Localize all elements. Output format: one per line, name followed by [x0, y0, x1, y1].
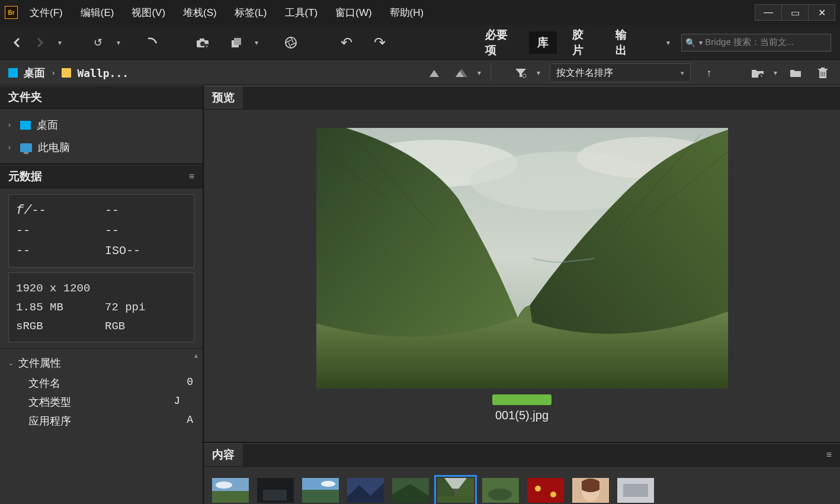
recent-folder-dropdown[interactable]: ▾ — [774, 69, 777, 77]
metadata-panel-header[interactable]: 元数据 ≡ — [0, 165, 203, 188]
metadata-panel-title: 元数据 — [8, 169, 42, 184]
menu-view[interactable]: 视图(V) — [132, 6, 165, 20]
expand-icon[interactable]: › — [8, 143, 14, 152]
workspace-dropdown[interactable]: ▾ — [661, 34, 676, 52]
maximize-button[interactable]: ▭ — [781, 4, 809, 21]
svg-rect-24 — [263, 490, 287, 500]
menu-file[interactable]: 文件(F) — [30, 6, 63, 20]
right-area: 预览 — [204, 85, 840, 504]
content-panel: 内容 ≡ — [204, 442, 840, 504]
right-tools: ▾ ▾ 按文件名排序 ▾ ↑ ▾ — [425, 63, 832, 82]
preview-panel-title: 预览 — [204, 86, 243, 109]
expand-icon[interactable]: › — [8, 121, 14, 129]
menu-label[interactable]: 标签(L) — [235, 6, 267, 20]
history-icon[interactable]: ↺ — [90, 34, 107, 52]
left-panel: 文件夹 › 桌面 › 此电脑 元数据 ≡ f/-- -- — [0, 85, 204, 504]
tree-computer[interactable]: › 此电脑 — [0, 136, 203, 159]
workspace-essentials[interactable]: 必要项 — [477, 24, 522, 62]
camera-download-icon[interactable]: + — [194, 34, 211, 52]
boomerang-icon[interactable] — [144, 34, 161, 52]
preview-panel-header[interactable]: 预览 — [204, 86, 840, 110]
toolbar-navigation: ▾ ↺ ▾ + ▾ ↶ ↷ 必要项 库 胶片 输出 ▾ 🔍 ▾ Bridge 搜… — [0, 25, 840, 60]
svg-point-35 — [535, 486, 541, 492]
workspace-library[interactable]: 库 — [529, 31, 557, 54]
nav-recent-dropdown[interactable]: ▾ — [52, 34, 68, 52]
breadcrumb: 桌面 › Wallp... — [8, 66, 129, 80]
thumbnail[interactable] — [302, 478, 339, 503]
thumbnail[interactable] — [572, 478, 609, 503]
content-panel-header[interactable]: 内容 ≡ — [204, 443, 840, 467]
new-folder-icon[interactable] — [787, 64, 804, 82]
minimize-button[interactable]: — — [755, 4, 782, 21]
rotate-cw-icon[interactable]: ↷ — [371, 34, 388, 52]
search-placeholder: Bridge 搜索：当前文... — [705, 37, 794, 48]
history-dropdown[interactable]: ▾ — [110, 34, 127, 52]
bc-folder[interactable]: Wallp... — [77, 67, 129, 79]
menu-window[interactable]: 窗口(W) — [335, 6, 371, 20]
sort-dropdown[interactable]: 按文件名排序 ▾ — [550, 63, 691, 82]
aperture-icon[interactable] — [283, 34, 299, 52]
prop-doctype: 文档类型 J — [0, 393, 203, 412]
search-scope-dropdown[interactable]: ▾ — [699, 38, 703, 47]
svg-rect-12 — [821, 68, 825, 69]
thumbnail[interactable] — [392, 478, 429, 503]
panel-menu-icon[interactable]: ≡ — [826, 450, 832, 460]
menu-tools[interactable]: 工具(T) — [285, 6, 318, 20]
thumb-quality-dropdown[interactable]: ▾ — [477, 69, 481, 77]
menu-edit[interactable]: 编辑(E) — [81, 6, 114, 20]
thumb-large-icon[interactable] — [453, 64, 470, 82]
close-button[interactable]: ✕ — [808, 4, 835, 21]
preview-filename: 001(5).jpg — [495, 409, 549, 422]
menu-bar: 文件(F) 编辑(E) 视图(V) 堆栈(S) 标签(L) 工具(T) 窗口(W… — [30, 6, 424, 20]
thumbnail-selected[interactable] — [437, 478, 474, 503]
svg-rect-1 — [200, 38, 204, 41]
thumbnail[interactable] — [527, 478, 564, 503]
thumbnail[interactable] — [257, 478, 294, 503]
bc-desktop[interactable]: 桌面 — [24, 66, 45, 80]
color-label[interactable] — [492, 394, 552, 405]
tree-desktop[interactable]: › 桌面 — [0, 114, 203, 136]
scroll-indicator[interactable]: ▴ — [192, 351, 200, 359]
nav-back-button[interactable] — [9, 34, 25, 52]
desktop-icon — [8, 68, 18, 78]
thumbnail[interactable] — [347, 478, 384, 503]
preview-panel: 预览 — [204, 85, 840, 442]
titlebar: Br 文件(F) 编辑(E) 视图(V) 堆栈(S) 标签(L) 工具(T) 窗… — [0, 0, 840, 25]
batch-dropdown[interactable]: ▾ — [248, 34, 265, 52]
thumbnail[interactable] — [482, 478, 519, 503]
collapse-icon[interactable]: ⌄ — [8, 359, 14, 367]
menu-help[interactable]: 帮助(H) — [390, 6, 424, 20]
svg-point-8 — [522, 74, 526, 78]
search-input[interactable]: 🔍 ▾ Bridge 搜索：当前文... — [681, 34, 831, 52]
prop-app-value: A — [187, 414, 193, 428]
svg-text:+: + — [206, 44, 209, 49]
panel-menu-icon[interactable]: ≡ — [189, 171, 194, 182]
trash-icon[interactable] — [814, 64, 832, 82]
file-props-header[interactable]: ⌄ 文件属性 — [0, 352, 203, 374]
ev-value: -- — [105, 221, 119, 241]
thumbnail-strip — [204, 467, 840, 504]
nav-forward-button[interactable] — [31, 34, 48, 52]
svg-rect-34 — [527, 478, 564, 503]
thumbnail[interactable] — [212, 478, 249, 503]
rotate-ccw-icon[interactable]: ↶ — [338, 34, 355, 52]
resolution-value: 72 ppi — [105, 298, 145, 317]
folder-icon — [62, 68, 71, 78]
folders-panel-header[interactable]: 文件夹 — [0, 85, 203, 109]
svg-rect-6 — [234, 38, 241, 45]
prop-doctype-label: 文档类型 — [28, 395, 71, 409]
preview-image[interactable] — [316, 128, 728, 389]
sort-direction-icon[interactable]: ↑ — [700, 64, 718, 82]
recent-folder-icon[interactable] — [749, 64, 767, 82]
filter-icon[interactable] — [512, 64, 530, 82]
workspace-output[interactable]: 输出 — [607, 24, 643, 62]
filter-dropdown[interactable]: ▾ — [537, 69, 540, 77]
chevron-down-icon: ▾ — [681, 69, 684, 77]
thumbnail[interactable] — [617, 478, 654, 503]
thumb-small-icon[interactable] — [425, 64, 443, 82]
app-icon: Br — [5, 6, 18, 19]
batch-icon[interactable] — [229, 34, 245, 52]
svg-point-2 — [200, 41, 205, 46]
workspace-filmstrip[interactable]: 胶片 — [564, 24, 599, 62]
menu-stack[interactable]: 堆栈(S) — [183, 6, 217, 20]
